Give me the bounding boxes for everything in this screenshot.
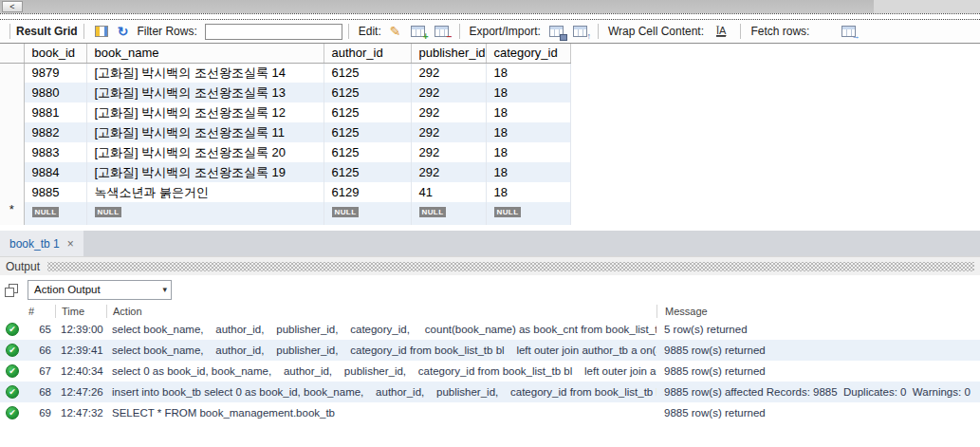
tab-label: book_tb 1 bbox=[9, 237, 60, 251]
cell-author-id[interactable]: 6125 bbox=[324, 83, 411, 102]
list-item[interactable]: ✔ 67 12:40:34 select 0 as book_id, book_… bbox=[0, 361, 980, 382]
cell-category-id[interactable]: 18 bbox=[486, 182, 570, 202]
wrap-cell-content-label: Wrap Cell Content: bbox=[608, 25, 704, 38]
cell-author-id[interactable]: 6125 bbox=[324, 63, 411, 83]
cell-category-id[interactable]: 18 bbox=[486, 102, 570, 122]
cell-book-id[interactable]: 9880 bbox=[24, 83, 86, 102]
result-tab-bar: book_tb 1 × bbox=[0, 231, 980, 256]
cell-book-name[interactable]: [고화질] 박시백의 조선왕조실록 19 bbox=[86, 162, 324, 182]
cell-publisher-id[interactable]: 292 bbox=[411, 63, 486, 83]
cell-publisher-id[interactable]: 292 bbox=[411, 162, 486, 182]
output-col-time: Time bbox=[55, 305, 106, 318]
wrap-cell-content-icon[interactable]: ĪA bbox=[712, 26, 730, 37]
entry-action: insert into book_tb select 0 as book_id,… bbox=[106, 386, 656, 398]
cell-book-id[interactable]: 9883 bbox=[24, 142, 86, 162]
column-header-category-id[interactable]: category_id bbox=[486, 44, 570, 63]
new-row-marker: * bbox=[9, 202, 14, 216]
output-toolbar: Action Output ▾ bbox=[0, 275, 980, 304]
entry-index: 68 bbox=[25, 386, 55, 398]
cell-book-id[interactable]: 9881 bbox=[24, 102, 86, 122]
cell-category-id[interactable]: 18 bbox=[486, 142, 570, 162]
null-value-badge: NULL bbox=[332, 207, 360, 217]
back-chevron-icon: < bbox=[9, 2, 14, 11]
entry-message: 5 row(s) returned bbox=[656, 324, 980, 335]
cell-category-id[interactable]: 18 bbox=[486, 83, 570, 102]
tab-book-tb-1[interactable]: book_tb 1 × bbox=[0, 231, 83, 256]
filter-rows-label: Filter Rows: bbox=[137, 25, 196, 38]
cell-category-id[interactable]: 18 bbox=[486, 162, 570, 182]
separator bbox=[740, 24, 741, 39]
cell-publisher-id[interactable]: 292 bbox=[411, 142, 486, 162]
null-value-badge: NULL bbox=[95, 207, 122, 217]
cell-book-name[interactable]: [고화질] 박시백의 조선왕조실록 14 bbox=[86, 63, 324, 83]
null-value-badge: NULL bbox=[419, 207, 447, 217]
separator bbox=[348, 24, 349, 39]
cell-book-name[interactable]: [고화질] 박시백의 조선왕조실록 11 bbox=[86, 122, 324, 142]
cell-publisher-id[interactable]: 292 bbox=[411, 102, 486, 122]
refresh-icon[interactable]: ↻ bbox=[118, 25, 129, 38]
cell-category-id[interactable]: 18 bbox=[486, 63, 570, 83]
export-recordset-icon[interactable] bbox=[549, 26, 564, 37]
grid-view-icon[interactable] bbox=[95, 26, 108, 37]
close-icon[interactable]: × bbox=[67, 238, 74, 250]
status-success-icon: ✔ bbox=[6, 364, 19, 378]
table-row[interactable]: 9879 [고화질] 박시백의 조선왕조실록 14 6125 292 18 bbox=[0, 63, 570, 83]
cell-author-id[interactable]: 6125 bbox=[324, 142, 411, 162]
table-row[interactable]: 9885 녹색소년과 붉은거인 6129 41 18 bbox=[0, 182, 570, 202]
column-header-author-id[interactable]: author_id bbox=[324, 44, 411, 63]
result-grid-label: Result Grid bbox=[16, 25, 78, 38]
cell-book-id[interactable]: 9884 bbox=[24, 162, 86, 182]
entry-time: 12:47:26 bbox=[55, 386, 106, 398]
import-records-icon[interactable]: ↑ bbox=[573, 26, 587, 37]
cell-publisher-id[interactable]: 292 bbox=[411, 83, 486, 102]
delete-row-icon[interactable]: − bbox=[435, 26, 449, 37]
cell-book-name[interactable]: 녹색소년과 붉은거인 bbox=[86, 182, 324, 202]
result-grid: book_id book_name author_id publisher_id… bbox=[0, 44, 980, 225]
splitter-handle[interactable] bbox=[0, 13, 980, 20]
table-row[interactable]: 9880 [고화질] 박시백의 조선왕조실록 13 6125 292 18 bbox=[0, 83, 570, 102]
cell-book-id[interactable]: 9879 bbox=[24, 63, 86, 83]
list-item[interactable]: ✔ 66 12:39:41 select book_name, author_i… bbox=[0, 340, 980, 361]
table-row[interactable]: 9884 [고화질] 박시백의 조선왕조실록 19 6125 292 18 bbox=[0, 162, 570, 182]
topbar-light-segment bbox=[874, 0, 980, 13]
collapse-panel-button[interactable]: < bbox=[2, 1, 23, 12]
cell-publisher-id[interactable]: 41 bbox=[411, 182, 486, 202]
cell-book-name[interactable]: [고화질] 박시백의 조선왕조실록 13 bbox=[86, 83, 324, 102]
cell-author-id[interactable]: 6125 bbox=[324, 162, 411, 182]
entry-index: 67 bbox=[25, 365, 55, 377]
table-row[interactable]: 9883 [고화질] 박시백의 조선왕조실록 20 6125 292 18 bbox=[0, 142, 570, 162]
edit-record-icon[interactable]: ✎ bbox=[390, 25, 401, 38]
list-item[interactable]: ✔ 69 12:47:32 SELECT * FROM book_managem… bbox=[0, 402, 980, 423]
table-row[interactable]: 9881 [고화질] 박시백의 조선왕조실록 12 6125 292 18 bbox=[0, 102, 570, 122]
column-header-publisher-id[interactable]: publisher_id bbox=[411, 44, 486, 63]
cell-author-id[interactable]: 6125 bbox=[324, 122, 411, 142]
output-col-index: # bbox=[25, 305, 55, 318]
filter-rows-input[interactable] bbox=[205, 24, 342, 40]
output-view-select[interactable]: Action Output ▾ bbox=[28, 280, 172, 300]
entry-time: 12:39:00 bbox=[55, 324, 106, 335]
output-panes-icon bbox=[5, 282, 20, 297]
entry-time: 12:40:34 bbox=[55, 365, 106, 377]
list-item[interactable]: ✔ 65 12:39:00 select book_name, author_i… bbox=[0, 319, 980, 340]
cell-category-id[interactable]: 18 bbox=[486, 122, 570, 142]
cell-book-name[interactable]: [고화질] 박시백의 조선왕조실록 12 bbox=[86, 102, 324, 122]
new-row-placeholder[interactable]: * NULL NULL NULL NULL NULL bbox=[0, 202, 570, 225]
fetch-rows-icon[interactable]: → bbox=[841, 26, 856, 37]
list-item[interactable]: ✔ 68 12:47:26 insert into book_tb select… bbox=[0, 382, 980, 402]
separator bbox=[9, 24, 10, 39]
result-grid-toolbar: Result Grid ↻ Filter Rows: Edit: ✎ + − E… bbox=[0, 20, 980, 44]
column-header-book-id[interactable]: book_id bbox=[24, 44, 86, 63]
cell-book-id[interactable]: 9885 bbox=[24, 182, 86, 202]
table-row[interactable]: 9882 [고화질] 박시백의 조선왕조실록 11 6125 292 18 bbox=[0, 122, 570, 142]
cell-publisher-id[interactable]: 292 bbox=[411, 122, 486, 142]
cell-author-id[interactable]: 6125 bbox=[324, 102, 411, 122]
cell-book-id[interactable]: 9882 bbox=[24, 122, 86, 142]
chevron-down-icon: ▾ bbox=[158, 285, 171, 294]
entry-index: 69 bbox=[25, 407, 55, 419]
edit-label: Edit: bbox=[359, 25, 381, 38]
cell-book-name[interactable]: [고화질] 박시백의 조선왕조실록 20 bbox=[86, 142, 324, 162]
cell-author-id[interactable]: 6129 bbox=[324, 182, 411, 202]
column-header-book-name[interactable]: book_name bbox=[86, 44, 324, 63]
insert-row-icon[interactable]: + bbox=[411, 26, 425, 37]
entry-message: 9885 row(s) affected Records: 9885 Dupli… bbox=[656, 386, 980, 398]
